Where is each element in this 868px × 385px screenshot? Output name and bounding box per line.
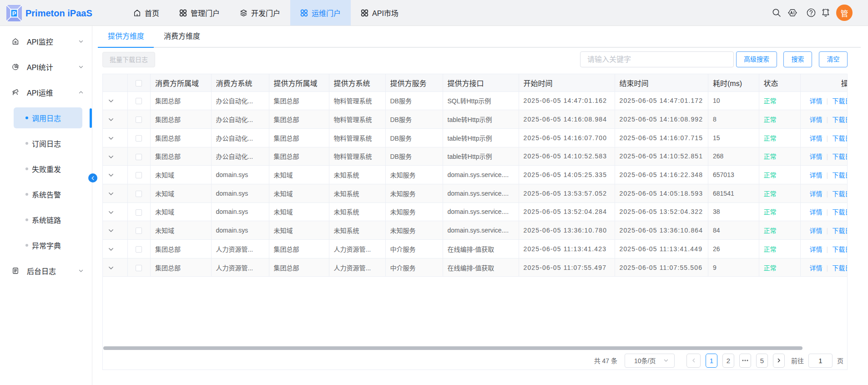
svg-text:P: P [12,10,16,17]
